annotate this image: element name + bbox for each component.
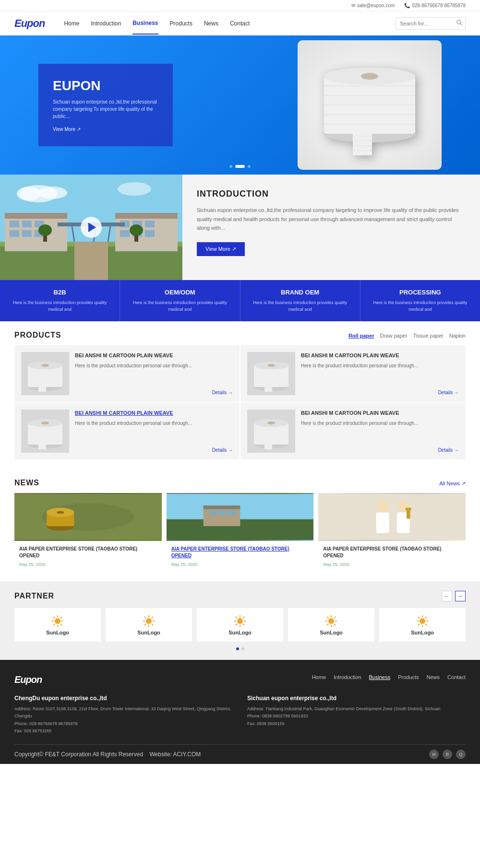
partner-logo-text-5: SunLogo	[411, 630, 434, 635]
biz-brandoem[interactable]: BRAND OEM Here is the business introduct…	[240, 280, 360, 321]
footer-office-2-address: Address: Tianbang Industrial Park, Guang…	[247, 705, 466, 713]
nav-business[interactable]: Business	[132, 12, 158, 35]
search-button[interactable]	[454, 20, 465, 27]
social-weibo-icon[interactable]: B	[443, 750, 452, 759]
partner-logo-2[interactable]: SunLogo	[106, 608, 192, 642]
footer-nav-introduction[interactable]: Introduction	[334, 674, 361, 680]
biz-processing[interactable]: PROCESSING Here is the business introduc…	[360, 280, 480, 321]
filter-napkin[interactable]: Napkin	[449, 333, 466, 339]
partner-next-btn[interactable]: →	[455, 591, 466, 601]
search-bar	[396, 17, 466, 30]
product-details-2[interactable]: Details →	[438, 390, 459, 395]
hero-description: Sichuan eupon enterprise co.,ltd,the pro…	[53, 98, 158, 120]
intro-section: INTRODUCTION Sichuan eupon enterprise co…	[0, 175, 480, 280]
play-button[interactable]	[81, 217, 102, 238]
footer-copyright: Copyright© FE&T Corporation All Rights R…	[14, 751, 201, 758]
product-title-4: BEI ANSHI M CARTOON PLAIN WEAVE	[301, 410, 459, 417]
svg-point-18	[17, 187, 41, 201]
partner-logo-5[interactable]: SunLogo	[379, 608, 466, 642]
svg-line-121	[334, 624, 336, 625]
footer-office-2-fax: Fax: 0838 5600159	[247, 720, 466, 727]
svg-line-123	[327, 624, 328, 625]
product-info-2: BEI ANSHI M CARTOON PLAIN WEAVE Here is …	[301, 352, 459, 395]
social-wechat-icon[interactable]: W	[429, 750, 439, 759]
svg-rect-26	[10, 221, 19, 227]
hero-dot-1[interactable]	[229, 165, 232, 168]
news-card-2: AIA PAPER ENTERPRISE STORE (TAOBAO STORE…	[167, 493, 314, 572]
footer-social: W B Q	[429, 750, 466, 759]
footer-nav-products[interactable]: Products	[398, 674, 419, 680]
svg-point-10	[361, 73, 378, 80]
hero-view-more[interactable]: View More ↗	[53, 127, 158, 132]
products-section: PRODUCTS Roll paper Draw paper Tissue pa…	[0, 321, 480, 469]
svg-rect-39	[145, 230, 155, 237]
filter-draw-paper[interactable]: Draw paper	[380, 333, 408, 339]
filter-tissue-paper[interactable]: Tissue paper	[413, 333, 444, 339]
footer-nav-business[interactable]: Business	[369, 674, 391, 680]
partner-dot-2[interactable]	[241, 647, 244, 650]
nav-products[interactable]: Products	[170, 13, 192, 34]
partner-logo-1[interactable]: SunLogo	[14, 608, 101, 642]
all-news-link[interactable]: All News ↗	[439, 481, 466, 487]
news-image-3	[318, 493, 466, 541]
footer-nav: Home Introduction Business Products News…	[312, 674, 466, 680]
partner-logo-4[interactable]: SunLogo	[288, 608, 374, 642]
svg-point-0	[457, 20, 461, 24]
biz-b2b[interactable]: B2B Here is the business introduction pr…	[0, 280, 120, 321]
partner-prev-btn[interactable]: ←	[442, 591, 452, 601]
news-news-title-2[interactable]: AIA PAPER ENTERPRISE STORE (TAOBAO STORE…	[171, 546, 309, 559]
news-content-3: AIA PAPER ENTERPRISE STORE (TAOBAO STORE…	[318, 541, 466, 572]
svg-rect-86	[407, 510, 410, 519]
filter-roll-paper[interactable]: Roll paper	[348, 333, 374, 339]
footer-nav-news[interactable]: News	[427, 674, 440, 680]
product-details-3[interactable]: Details →	[212, 447, 233, 453]
intro-view-more[interactable]: View More ↗	[197, 242, 245, 256]
news-grid: AIA PAPER ENTERPRISE STORE (TAOBAO STORE…	[14, 493, 466, 572]
biz-oemodm-desc: Here is the business introduction provid…	[127, 300, 233, 313]
svg-rect-77	[203, 505, 240, 509]
product-title-3[interactable]: BEI ANSHI M CARTOON PLAIN WEAVE	[75, 410, 233, 417]
svg-line-129	[418, 617, 420, 618]
news-content-1: AIA PAPER ENTERPRISE STORE (TAOBAO STORE…	[14, 541, 162, 572]
product-details-1[interactable]: Details →	[212, 390, 233, 395]
hero-section: EUPON Sichuan eupon enterprise co.,ltd,t…	[0, 35, 480, 175]
svg-rect-62	[38, 445, 46, 449]
search-input[interactable]	[396, 21, 454, 26]
product-card-1: BEI ANSHI M CARTOON PLAIN WEAVE Here is …	[14, 345, 240, 402]
hero-dot-3[interactable]	[248, 165, 251, 168]
news-image-2	[167, 493, 314, 541]
svg-line-131	[425, 617, 427, 618]
social-qq-icon[interactable]: Q	[456, 750, 466, 759]
news-news-title-1: AIA PAPER ENTERPRISE STORE (TAOBAO STORE…	[19, 546, 157, 559]
biz-oemodm[interactable]: OEM/ODM Here is the business introductio…	[120, 280, 240, 321]
site-logo[interactable]: Eupon	[14, 17, 45, 30]
footer-nav-contact[interactable]: Contact	[447, 674, 466, 680]
svg-point-19	[38, 187, 67, 199]
svg-rect-29	[10, 230, 19, 237]
nav-introduction[interactable]: Introduction	[91, 13, 121, 34]
footer-nav-home[interactable]: Home	[312, 674, 326, 680]
biz-processing-title: PROCESSING	[367, 289, 473, 296]
news-date-3: May 25, 2020	[323, 562, 461, 567]
biz-processing-desc: Here is the business introduction provid…	[367, 300, 473, 313]
product-card-4: BEI ANSHI M CARTOON PLAIN WEAVE Here is …	[240, 403, 466, 459]
svg-line-111	[236, 617, 237, 618]
nav-home[interactable]: Home	[64, 13, 79, 34]
svg-rect-36	[145, 221, 155, 227]
partner-dot-1[interactable]	[236, 647, 239, 650]
svg-line-93	[53, 617, 55, 618]
product-image-4	[247, 410, 295, 453]
svg-line-114	[236, 624, 237, 625]
nav-news[interactable]: News	[204, 13, 218, 34]
partner-section: PARTNER ← → SunLogo	[0, 581, 480, 660]
product-details-4[interactable]: Details →	[438, 447, 459, 453]
hero-dot-2[interactable]	[235, 165, 245, 168]
svg-line-113	[243, 617, 244, 618]
footer-top: Eupon Home Introduction Business Product…	[14, 674, 466, 685]
svg-point-106	[237, 618, 243, 624]
business-section: B2B Here is the business introduction pr…	[0, 280, 480, 321]
partner-logo-3[interactable]: SunLogo	[197, 608, 283, 642]
biz-b2b-desc: Here is the business introduction provid…	[7, 300, 113, 313]
footer-logo[interactable]: Eupon	[14, 674, 42, 685]
nav-contact[interactable]: Contact	[230, 13, 250, 34]
